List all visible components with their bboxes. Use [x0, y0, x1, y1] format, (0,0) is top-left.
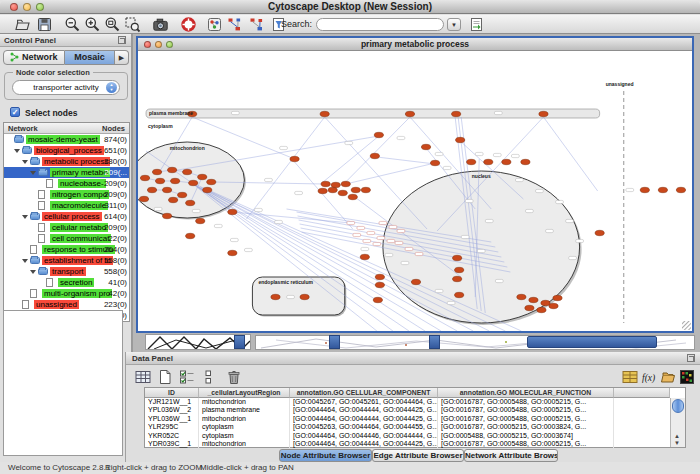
- color-attribute-dropdown[interactable]: transporter activity ▲▼: [12, 80, 120, 95]
- background-window-border[interactable]: [329, 335, 340, 349]
- network-node[interactable]: [455, 292, 464, 297]
- tab-network-attribute-browser[interactable]: Network Attribute Browser: [464, 449, 558, 462]
- expander-icon[interactable]: [22, 259, 28, 263]
- network-canvas[interactable]: plasma membranecytoplasmmitochondrionnuc…: [138, 51, 692, 331]
- network-node[interactable]: [360, 254, 369, 259]
- float-panel-icon[interactable]: [687, 354, 695, 362]
- attribute-table-button[interactable]: [134, 368, 152, 386]
- network-node[interactable]: [196, 218, 205, 223]
- network-node[interactable]: [271, 294, 280, 299]
- network-node[interactable]: [320, 111, 329, 116]
- search-input[interactable]: [316, 18, 444, 31]
- tab-overflow-button[interactable]: ▶: [115, 50, 129, 65]
- network-node[interactable]: [455, 267, 464, 272]
- save-button[interactable]: [36, 16, 53, 33]
- network-edge[interactable]: [246, 117, 324, 219]
- network-node[interactable]: [375, 282, 384, 287]
- network-node[interactable]: [430, 160, 439, 165]
- table-row[interactable]: YPL036W__1mitochondrion[GO:0044464, GO:0…: [145, 415, 685, 423]
- tab-network[interactable]: Network: [3, 50, 65, 65]
- network-node[interactable]: [351, 187, 360, 192]
- network-node[interactable]: [452, 111, 461, 116]
- expander-icon[interactable]: [22, 215, 28, 219]
- table-settings-button[interactable]: [621, 368, 639, 386]
- tab-edge-attribute-browser[interactable]: Edge Attribute Browser: [372, 449, 464, 462]
- tree-row[interactable]: nucleobase-209(0): [4, 178, 129, 189]
- scroll-down-icon[interactable]: ▼: [674, 440, 680, 446]
- vizmapper-button[interactable]: [226, 16, 243, 33]
- network-node[interactable]: [539, 111, 548, 116]
- float-panel-icon[interactable]: [118, 36, 126, 44]
- network-node[interactable]: [178, 192, 187, 197]
- network-edge[interactable]: [346, 163, 435, 184]
- zoom-region-button[interactable]: [124, 16, 141, 33]
- tree-row[interactable]: secretion41(0): [4, 277, 129, 288]
- network-node[interactable]: [370, 153, 379, 158]
- expander-icon[interactable]: [14, 149, 20, 153]
- network-node[interactable]: [521, 159, 530, 164]
- network-node[interactable]: [186, 233, 195, 238]
- zoom-fit-button[interactable]: [104, 16, 121, 33]
- graphics-details-button[interactable]: [206, 16, 223, 33]
- network-node[interactable]: [421, 144, 430, 149]
- zoom-out-button[interactable]: [64, 16, 81, 33]
- network-node[interactable]: [198, 174, 207, 179]
- network-node[interactable]: [676, 187, 685, 192]
- network-node[interactable]: [147, 187, 156, 192]
- network-node[interactable]: [374, 132, 383, 137]
- column-header[interactable]: annotation.GO MOLECULAR_FUNCTION: [438, 388, 614, 398]
- network-node[interactable]: [640, 187, 649, 192]
- tree-row[interactable]: biological_process651(0): [4, 145, 129, 156]
- network-node[interactable]: [411, 279, 420, 284]
- network-node[interactable]: [453, 255, 462, 260]
- network-edge[interactable]: [543, 117, 597, 191]
- network-node[interactable]: [203, 187, 212, 192]
- table-row[interactable]: YKR052Ccytoplasm[GO:0044464, GO:0044446,…: [145, 432, 685, 440]
- help-button[interactable]: [180, 16, 197, 33]
- tree-row[interactable]: macromolecule311(0): [4, 200, 129, 211]
- network-node[interactable]: [140, 175, 149, 180]
- network-node[interactable]: [186, 200, 195, 205]
- network-node[interactable]: [152, 169, 161, 174]
- network-node[interactable]: [405, 111, 414, 116]
- network-node[interactable]: [300, 294, 309, 299]
- network-node[interactable]: [375, 274, 384, 279]
- background-window-border[interactable]: [429, 335, 440, 349]
- window-titlebar[interactable]: Cytoscape Desktop (New Session): [0, 0, 700, 14]
- network-node[interactable]: [453, 276, 462, 281]
- network-node[interactable]: [484, 159, 493, 164]
- network-node[interactable]: [228, 209, 237, 214]
- import-network-button[interactable]: [468, 16, 485, 33]
- network-node[interactable]: [155, 178, 164, 183]
- tree-row[interactable]: transport558(0): [4, 266, 129, 277]
- tree-row[interactable]: cellular metabo209(0): [4, 222, 129, 233]
- network-node[interactable]: [525, 305, 534, 310]
- tree-row[interactable]: multi-organism pro42(0): [4, 288, 129, 299]
- heatmap-button[interactable]: [678, 368, 696, 386]
- network-window-titlebar[interactable]: primary metabolic process: [138, 38, 692, 51]
- table-scrollbar[interactable]: ▲ ▼: [670, 398, 685, 447]
- search-options-button[interactable]: ▼: [447, 18, 461, 31]
- import-attributes-button[interactable]: [659, 368, 677, 386]
- column-header[interactable]: ID: [145, 388, 199, 398]
- scrollbar-thumb[interactable]: [672, 399, 684, 413]
- network-edge[interactable]: [343, 117, 410, 185]
- table-row[interactable]: YJR121W__1mitochondrion[GO:0045267, GO:0…: [145, 398, 685, 406]
- column-header[interactable]: annotation.GO CELLULAR_COMPONENT: [290, 388, 438, 398]
- network-node[interactable]: [517, 294, 526, 299]
- tree-row[interactable]: unassigned223(0): [4, 299, 129, 310]
- filter-button[interactable]: [248, 16, 265, 33]
- expander-icon[interactable]: [30, 171, 36, 175]
- network-node[interactable]: [331, 182, 340, 187]
- network-node[interactable]: [321, 181, 330, 186]
- network-node[interactable]: [553, 295, 562, 300]
- tree-row[interactable]: cell communicat22(0): [4, 233, 129, 244]
- new-attribute-button[interactable]: [156, 368, 174, 386]
- expander-icon[interactable]: [22, 160, 28, 164]
- network-node[interactable]: [341, 181, 350, 186]
- network-view-window[interactable]: primary metabolic process plasma membran…: [136, 36, 694, 333]
- tree-row[interactable]: primary metabo209(...: [4, 167, 129, 178]
- network-node[interactable]: [338, 190, 347, 195]
- tree-row[interactable]: mosaic-demo-yeast874(0): [4, 134, 129, 145]
- unselect-attributes-button[interactable]: [202, 368, 220, 386]
